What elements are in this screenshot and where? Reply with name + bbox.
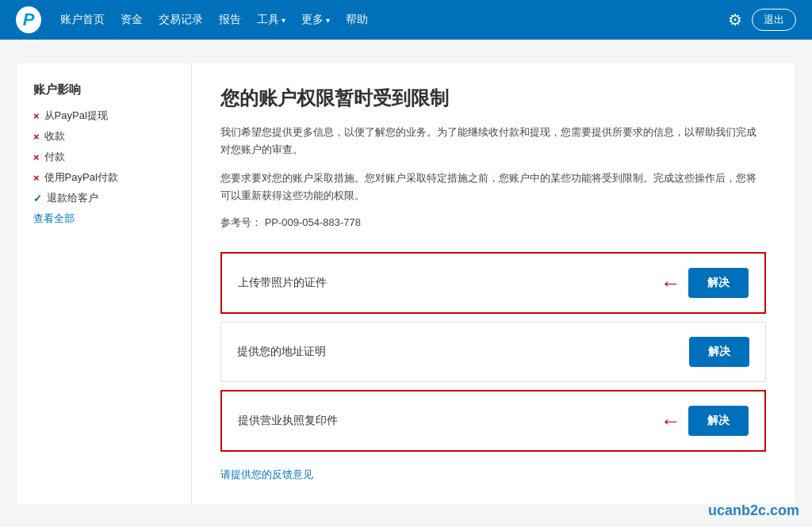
x-icon-pay: × [33, 151, 40, 163]
action-row-address: 提供您的地址证明 解决 [220, 322, 766, 382]
sidebar: 账户影响 × 从PayPal提现 × 收款 × 付款 × 使用PayPal付款 … [17, 63, 192, 504]
sidebar-item-refund: ✓ 退款给客户 [33, 191, 175, 205]
nav-more[interactable]: 更多 ▾ [301, 13, 330, 27]
paypal-logo[interactable]: P [16, 7, 41, 32]
x-icon-receive: × [33, 131, 40, 143]
content-area: 您的账户权限暂时受到限制 我们希望您提供更多信息，以便了解您的业务。为了能继续收… [192, 63, 795, 504]
action-row-photo-id: 上传带照片的证件 ← 解决 [220, 252, 766, 314]
ref-value: PP-009-054-883-778 [265, 216, 361, 228]
action-label-business-license: 提供营业执照复印件 [238, 414, 338, 428]
action-label-address: 提供您的地址证明 [237, 345, 326, 359]
resolve-button-business-license[interactable]: 解决 [688, 406, 749, 436]
feedback-link[interactable]: 请提供您的反馈意见 [220, 468, 766, 482]
page-title: 您的账户权限暂时受到限制 [220, 86, 766, 111]
settings-button[interactable]: ⚙ [728, 10, 742, 29]
nav-account-home[interactable]: 账户首页 [60, 13, 105, 27]
reference-number: 参考号： PP-009-054-883-778 [220, 216, 766, 230]
resolve-button-photo-id[interactable]: 解决 [688, 268, 749, 298]
nav-funds[interactable]: 资金 [121, 13, 143, 27]
sidebar-item-pay: × 付款 [33, 150, 175, 164]
x-icon-withdraw: × [33, 110, 40, 122]
paypal-logo-text: P [16, 6, 41, 33]
resolve-button-address[interactable]: 解决 [689, 337, 749, 367]
tools-dropdown-icon: ▾ [282, 16, 285, 25]
header: P 账户首页 资金 交易记录 报告 工具 ▾ 更多 ▾ 帮助 ⚙ 退出 [0, 0, 812, 40]
sidebar-item-withdraw: × 从PayPal提现 [33, 109, 175, 123]
main-layout: 账户影响 × 从PayPal提现 × 收款 × 付款 × 使用PayPal付款 … [17, 63, 795, 504]
sidebar-item-paypal-pay: × 使用PayPal付款 [33, 170, 175, 185]
sidebar-title: 账户影响 [33, 82, 175, 97]
logout-button[interactable]: 退出 [752, 9, 796, 31]
nav-reports[interactable]: 报告 [219, 13, 241, 27]
arrow-icon-2: ← [661, 409, 681, 433]
main-nav: 账户首页 资金 交易记录 报告 工具 ▾ 更多 ▾ 帮助 [60, 13, 709, 27]
check-icon-refund: ✓ [33, 193, 42, 204]
action-label-photo-id: 上传带照片的证件 [238, 276, 327, 290]
watermark: ucanb2c.com [708, 502, 799, 519]
sidebar-item-refund-label: 退款给客户 [47, 191, 98, 205]
sidebar-item-withdraw-label: 从PayPal提现 [44, 109, 108, 123]
ref-label: 参考号： [220, 216, 262, 228]
view-all-link[interactable]: 查看全部 [33, 212, 175, 226]
description-2: 您要求要对您的账户采取措施。您对账户采取特定措施之前，您账户中的某些功能将受到限… [220, 170, 766, 204]
header-right: ⚙ 退出 [728, 9, 796, 31]
sidebar-item-receive-label: 收款 [44, 129, 65, 143]
nav-transactions[interactable]: 交易记录 [159, 13, 203, 27]
description-1: 我们希望您提供更多信息，以便了解您的业务。为了能继续收付款和提现，您需要提供所要… [220, 124, 766, 158]
sidebar-item-receive: × 收款 [33, 129, 175, 143]
action-row-business-license: 提供营业执照复印件 ← 解决 [220, 390, 766, 452]
sidebar-item-paypal-pay-label: 使用PayPal付款 [44, 170, 118, 185]
more-dropdown-icon: ▾ [326, 16, 330, 25]
gear-icon: ⚙ [728, 11, 742, 29]
nav-help[interactable]: 帮助 [346, 13, 368, 27]
x-icon-paypal-pay: × [33, 172, 40, 184]
sidebar-item-pay-label: 付款 [44, 150, 65, 164]
nav-tools[interactable]: 工具 ▾ [257, 13, 285, 27]
arrow-icon-1: ← [661, 271, 681, 296]
